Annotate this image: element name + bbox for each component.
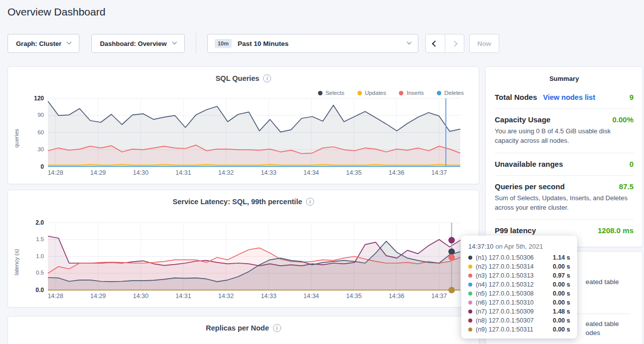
legend-dot-icon xyxy=(357,91,362,95)
tooltip-row: (n6) 127.0.0.1:503100.00 s xyxy=(468,298,570,307)
x-tick-label: 14:30 xyxy=(133,293,148,300)
graph-dropdown-label: Graph: Cluster xyxy=(16,40,61,47)
overview-dashboard-page: Overview Dashboard Graph: Cluster Dashbo… xyxy=(0,0,644,344)
y-tick-label: 0.0 xyxy=(21,287,44,294)
time-range-label: Past 10 Minutes xyxy=(238,40,401,47)
x-tick-label: 14:28 xyxy=(47,169,63,176)
legend-dot-icon xyxy=(318,91,322,95)
tooltip-node-value: 0.00 s xyxy=(553,299,570,306)
tooltip-node-list: (n1) 127.0.0.1:503061.14 s(n2) 127.0.0.1… xyxy=(468,253,570,334)
x-tick-label: 14:34 xyxy=(304,293,319,300)
x-tick-label: 14:33 xyxy=(261,169,276,176)
capacity-description: You are using 0 B of 4.5 GiB usable disk… xyxy=(495,127,634,146)
crosshair-dot xyxy=(448,237,455,244)
sql-queries-plot: queries 030609012014:2814:2914:3014:3114… xyxy=(48,98,460,178)
tooltip-row: (n7) 127.0.0.1:503091.48 s xyxy=(468,307,570,316)
tooltip-node-address: (n6) 127.0.0.1:50310 xyxy=(476,299,534,306)
service-latency-plot: latency (s) 0.00.51.01.52.014:2814:2914:… xyxy=(48,223,460,302)
event-row-fragment: eated table xyxy=(586,320,619,328)
legend-dot-icon xyxy=(399,91,403,95)
x-tick-label: 14:29 xyxy=(90,293,106,300)
tooltip-row: (n4) 127.0.0.1:503120.00 s xyxy=(468,280,570,289)
service-latency-title: Service Latency: SQL, 99th percentile xyxy=(173,198,303,206)
summary-row-capacity: Capacity Usage 0.00% You are using 0 B o… xyxy=(495,108,634,153)
y-tick-label: 60 xyxy=(21,129,44,135)
tooltip-node-address: (n5) 127.0.0.1:50308 xyxy=(476,290,534,297)
y-tick-label: 0 xyxy=(21,163,44,170)
node-dot-icon xyxy=(468,283,472,287)
y-tick-label: 90 xyxy=(21,112,44,118)
x-axis: 14:2814:2914:3014:3114:3214:3314:3414:35… xyxy=(48,169,460,178)
y-tick-label: 1.0 xyxy=(21,253,44,259)
x-tick-label: 14:32 xyxy=(218,293,234,300)
tooltip-node-value: 0.00 s xyxy=(553,290,570,297)
summary-row-unavailable-ranges: Unavailable ranges 0 xyxy=(495,153,634,175)
legend-item-inserts: Inserts xyxy=(399,90,424,96)
replicas-per-node-title: Replicas per Node xyxy=(206,324,269,332)
qps-label: Queries per second xyxy=(495,182,565,191)
node-dot-icon xyxy=(468,328,472,332)
service-latency-svg xyxy=(48,223,460,290)
crosshair-dot xyxy=(448,254,455,261)
event-row-fragment: eated table xyxy=(586,278,619,286)
view-nodes-list-link[interactable]: View nodes list xyxy=(543,93,596,101)
now-button[interactable]: Now xyxy=(469,34,499,53)
chevron-down-icon xyxy=(67,39,72,44)
total-nodes-value: 9 xyxy=(630,93,634,101)
chevron-down-icon xyxy=(172,39,177,44)
y-axis-label: queries xyxy=(13,98,20,178)
info-icon[interactable]: i xyxy=(273,324,281,332)
tooltip-node-value: 1.48 s xyxy=(553,308,570,315)
node-dot-icon xyxy=(468,274,472,278)
time-forward-button[interactable] xyxy=(445,34,464,52)
tooltip-node-value: 1.14 s xyxy=(553,254,570,261)
tooltip-node-address: (n3) 127.0.0.1:50313 xyxy=(476,272,534,279)
graph-dropdown[interactable]: Graph: Cluster xyxy=(7,34,79,53)
y-axis-label: latency (s) xyxy=(13,223,20,302)
tooltip-node-address: (n9) 127.0.0.1:50311 xyxy=(476,326,533,333)
x-tick-label: 14:32 xyxy=(218,169,234,176)
tooltip-row: (n9) 127.0.0.1:503110.00 s xyxy=(468,325,570,334)
tooltip-node-address: (n7) 127.0.0.1:50309 xyxy=(476,308,534,315)
y-tick-label: 0.5 xyxy=(21,270,44,276)
node-dot-icon xyxy=(468,292,472,296)
controls-divider xyxy=(196,33,196,54)
chart-tooltip: 14:37:10 on Apr 5th, 2021 (n1) 127.0.0.1… xyxy=(461,236,577,339)
y-tick-label: 1.5 xyxy=(21,236,44,242)
info-icon[interactable]: i xyxy=(263,74,271,82)
time-range-picker[interactable]: 10m Past 10 Minutes xyxy=(207,34,418,53)
capacity-label: Capacity Usage xyxy=(495,115,551,124)
tooltip-row: (n2) 127.0.0.1:503140.00 s xyxy=(468,262,570,271)
dashboard-dropdown[interactable]: Dashboard: Overview xyxy=(91,34,185,53)
chevron-right-icon xyxy=(451,40,458,47)
page-title: Overview Dashboard xyxy=(7,6,105,18)
legend-dot-icon xyxy=(437,91,441,95)
qps-description: Sum of Selects, Updates, Inserts, and De… xyxy=(495,194,634,213)
tooltip-timestamp: 14:37:10 on Apr 5th, 2021 xyxy=(468,243,570,250)
tooltip-node-address: (n4) 127.0.0.1:50312 xyxy=(476,281,534,288)
total-nodes-label: Total Nodes xyxy=(495,93,537,101)
x-tick-label: 14:34 xyxy=(304,169,319,176)
now-button-label: Now xyxy=(477,40,491,47)
time-back-button[interactable] xyxy=(426,34,445,52)
p99-latency-value: 1208.0 ms xyxy=(598,226,634,235)
tooltip-row: (n5) 127.0.0.1:503080.00 s xyxy=(468,289,570,298)
x-tick-label: 14:31 xyxy=(176,293,191,300)
y-tick-label: 30 xyxy=(21,146,44,152)
tooltip-node-value: 0.00 s xyxy=(553,326,570,333)
x-tick-label: 14:30 xyxy=(133,169,148,176)
tooltip-node-value: 0.00 s xyxy=(553,281,570,288)
p99-latency-label: P99 latency xyxy=(495,226,536,235)
info-icon[interactable]: i xyxy=(306,198,314,206)
summary-row-total-nodes: Total Nodes View nodes list 9 xyxy=(495,86,634,108)
sql-queries-title: SQL Queries xyxy=(216,74,260,82)
tooltip-row: (n1) 127.0.0.1:503061.14 s xyxy=(468,253,570,262)
legend-item-updates: Updates xyxy=(357,90,386,96)
summary-row-qps: Queries per second 87.5 Sum of Selects, … xyxy=(495,175,634,220)
x-tick-label: 14:35 xyxy=(346,293,361,300)
tooltip-node-address: (n1) 127.0.0.1:50306 xyxy=(476,254,534,261)
legend-item-deletes: Deletes xyxy=(437,90,464,96)
node-dot-icon xyxy=(468,319,472,323)
legend-label: Deletes xyxy=(444,90,464,96)
x-tick-label: 14:35 xyxy=(346,169,361,176)
